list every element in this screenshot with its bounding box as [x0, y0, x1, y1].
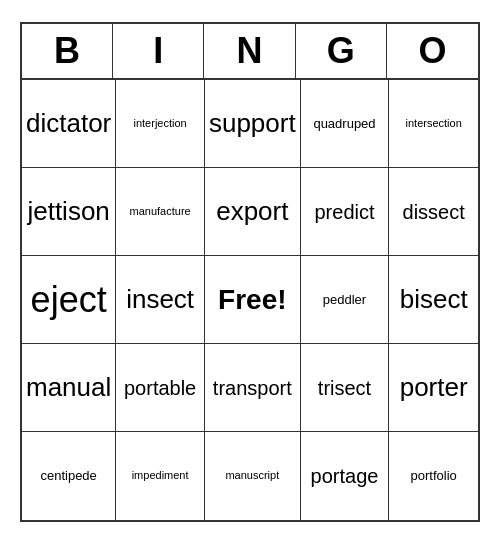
bingo-cell[interactable]: eject — [22, 256, 116, 344]
cell-label: Free! — [218, 283, 286, 317]
bingo-cell[interactable]: transport — [205, 344, 301, 432]
cell-label: insect — [126, 284, 194, 315]
bingo-cell[interactable]: trisect — [301, 344, 390, 432]
bingo-cell[interactable]: export — [205, 168, 301, 256]
bingo-cell[interactable]: intersection — [389, 80, 478, 168]
cell-label: portage — [311, 464, 379, 488]
bingo-cell[interactable]: jettison — [22, 168, 116, 256]
bingo-cell[interactable]: porter — [389, 344, 478, 432]
bingo-cell[interactable]: centipede — [22, 432, 116, 520]
bingo-cell[interactable]: impediment — [116, 432, 205, 520]
cell-label: portfolio — [411, 468, 457, 484]
cell-label: peddler — [323, 292, 366, 308]
cell-label: interjection — [134, 117, 187, 130]
header-letter: B — [22, 24, 113, 78]
bingo-cell[interactable]: dissect — [389, 168, 478, 256]
cell-label: export — [216, 196, 288, 227]
header-letter: N — [204, 24, 295, 78]
bingo-cell[interactable]: portage — [301, 432, 390, 520]
cell-label: centipede — [40, 468, 96, 484]
cell-label: intersection — [406, 117, 462, 130]
cell-label: portable — [124, 376, 196, 400]
bingo-cell[interactable]: manufacture — [116, 168, 205, 256]
cell-label: transport — [213, 376, 292, 400]
cell-label: dissect — [403, 200, 465, 224]
cell-label: manufacture — [130, 205, 191, 218]
cell-label: quadruped — [313, 116, 375, 132]
bingo-cell[interactable]: insect — [116, 256, 205, 344]
bingo-cell[interactable]: interjection — [116, 80, 205, 168]
bingo-cell[interactable]: portable — [116, 344, 205, 432]
bingo-header: BINGO — [22, 24, 478, 80]
bingo-cell[interactable]: bisect — [389, 256, 478, 344]
header-letter: O — [387, 24, 478, 78]
cell-label: jettison — [27, 196, 109, 227]
bingo-cell[interactable]: dictator — [22, 80, 116, 168]
bingo-cell[interactable]: Free! — [205, 256, 301, 344]
bingo-cell[interactable]: peddler — [301, 256, 390, 344]
cell-label: manuscript — [225, 469, 279, 482]
bingo-cell[interactable]: manual — [22, 344, 116, 432]
cell-label: impediment — [132, 469, 189, 482]
bingo-cell[interactable]: quadruped — [301, 80, 390, 168]
bingo-cell[interactable]: manuscript — [205, 432, 301, 520]
cell-label: porter — [400, 372, 468, 403]
header-letter: I — [113, 24, 204, 78]
header-letter: G — [296, 24, 387, 78]
cell-label: predict — [314, 200, 374, 224]
bingo-cell[interactable]: support — [205, 80, 301, 168]
cell-label: support — [209, 108, 296, 139]
bingo-grid: dictatorinterjectionsupportquadrupedinte… — [22, 80, 478, 520]
cell-label: dictator — [26, 108, 111, 139]
cell-label: eject — [31, 278, 107, 321]
bingo-cell[interactable]: portfolio — [389, 432, 478, 520]
cell-label: trisect — [318, 376, 371, 400]
bingo-card: BINGO dictatorinterjectionsupportquadrup… — [20, 22, 480, 522]
bingo-cell[interactable]: predict — [301, 168, 390, 256]
cell-label: bisect — [400, 284, 468, 315]
cell-label: manual — [26, 372, 111, 403]
